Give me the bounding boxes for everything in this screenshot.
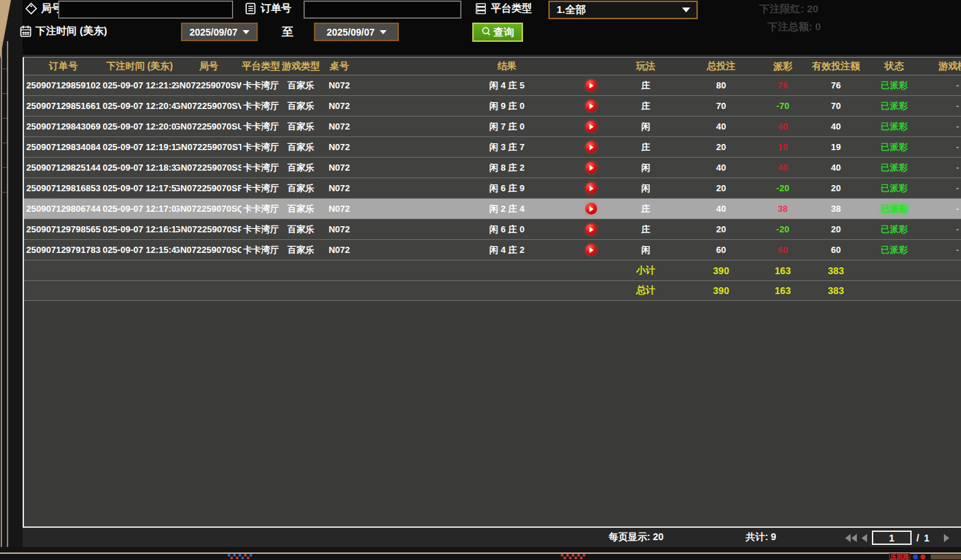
cell-table-number: N072 (321, 75, 358, 95)
tag-icon (25, 2, 38, 15)
calendar-icon (19, 25, 32, 38)
subtotal-row: 小计390163383 (24, 260, 961, 280)
table-row[interactable]: 2509071297917832025-09-07 12:15:41GN0722… (24, 239, 961, 260)
table-row[interactable]: 2509071297985652025-09-07 12:16:17GN0722… (24, 219, 961, 239)
cell-platform: 卡卡湾厅 (241, 96, 281, 116)
column-header: 订单号 (24, 58, 103, 75)
cell-total-valid: 383 (807, 281, 865, 300)
cell-spacer (358, 199, 440, 219)
column-header: 派彩 (759, 58, 807, 75)
video-replay-icon[interactable] (585, 203, 597, 215)
cell-bet-time: 2025-09-07 12:21:24 (103, 75, 176, 95)
video-replay-icon[interactable] (585, 100, 597, 112)
cell-game-type: 百家乐 (281, 240, 321, 260)
table-row[interactable]: 2509071298591022025-09-07 12:21:24GN0722… (24, 75, 961, 95)
to-label: 至 (282, 24, 293, 40)
cell-table-number: N072 (321, 158, 358, 178)
cell-valid-bet: 60 (807, 240, 865, 260)
background-left-edge (0, 0, 23, 560)
table-row[interactable]: 2509071298516612025-09-07 12:20:46GN0722… (24, 95, 961, 116)
cell-video (574, 117, 608, 136)
cell-result: 闲 4 庄 2 (440, 240, 574, 260)
cell-bet-time: 2025-09-07 12:17:00 (103, 199, 176, 219)
cell-empty (24, 281, 103, 300)
round-number-label: 局号 (25, 2, 62, 15)
cell-round-number: GN072259070SR (176, 178, 241, 198)
per-page-label: 每页显示: 20 (609, 531, 664, 544)
platform-type-label: 平台类型 (474, 2, 532, 15)
next-page-button[interactable] (944, 534, 949, 542)
cell-total-label: 总计 (608, 281, 683, 300)
order-number-label: 订单号 (244, 2, 291, 15)
cell-game-mode: - (923, 75, 961, 95)
cell-bet-time: 2025-09-07 12:19:16 (103, 137, 176, 157)
column-header: 状态 (865, 58, 923, 75)
video-replay-icon[interactable] (585, 121, 597, 132)
column-header: 平台类型 (241, 58, 281, 75)
column-header: 有效投注额 (807, 58, 865, 75)
cell-video (574, 75, 608, 95)
cell-status: 已派彩 (865, 137, 923, 157)
search-button[interactable]: 查询 (472, 23, 523, 42)
table-header-row: 订单号下注时间 (美东)局号平台类型游戏类型桌号结果玩法总投注派彩有效投注额状态… (24, 58, 961, 75)
background-line (7, 41, 8, 553)
background-block (931, 555, 961, 559)
table-row[interactable]: 2509071298168532025-09-07 12:17:50GN0722… (24, 178, 961, 198)
video-replay-icon[interactable] (585, 80, 597, 91)
page-input[interactable] (872, 531, 912, 545)
first-page-button[interactable] (845, 534, 857, 542)
results-table: 订单号下注时间 (美东)局号平台类型游戏类型桌号结果玩法总投注派彩有效投注额状态… (23, 57, 961, 528)
video-replay-icon[interactable] (585, 223, 597, 235)
order-number-input[interactable] (304, 1, 461, 19)
cell-order-number: 250907129859102 (24, 75, 103, 95)
cell-status: 已派彩 (865, 96, 923, 116)
cell-total-bet: 40 (683, 158, 759, 178)
cell-bet-time: 2025-09-07 12:20:46 (103, 96, 176, 116)
cell-spacer (358, 75, 440, 95)
cell-result: 闲 2 庄 4 (440, 199, 574, 219)
video-replay-icon[interactable] (585, 244, 597, 256)
platform-type-select[interactable]: 1.全部 (548, 1, 698, 19)
cell-order-number: 250907129798565 (24, 219, 103, 239)
table-row[interactable]: 2509071298251442025-09-07 12:18:32GN0722… (24, 157, 961, 178)
cell-empty (103, 260, 176, 280)
video-replay-icon[interactable] (585, 141, 597, 153)
chevron-down-icon (682, 8, 690, 12)
column-header: 游戏模式 (923, 58, 961, 75)
document-list-icon (244, 2, 257, 15)
cell-empty (923, 260, 961, 280)
table-row[interactable]: 2509071298340842025-09-07 12:19:16GN0722… (24, 136, 961, 157)
cell-empty (574, 281, 608, 300)
cell-game-mode: - (923, 158, 961, 178)
cell-status: 已派彩 (865, 75, 923, 95)
cell-game-mode: - (923, 219, 961, 239)
total-row: 总计390163383 (24, 280, 961, 301)
video-replay-icon[interactable] (585, 182, 597, 194)
column-spacer (358, 58, 440, 75)
cell-empty (574, 260, 608, 280)
prev-page-button[interactable] (862, 534, 867, 542)
video-replay-icon[interactable] (585, 162, 597, 173)
search-icon (481, 26, 491, 38)
round-number-input[interactable] (58, 1, 233, 19)
cell-empty (865, 260, 923, 280)
cell-video (574, 199, 608, 219)
date-from-picker[interactable]: 2025/09/07 (181, 23, 258, 41)
cell-table-number: N072 (321, 219, 358, 239)
cell-total-bet: 80 (683, 75, 759, 95)
cell-play-type: 闲 (608, 117, 683, 136)
table-row[interactable]: 2509071298430692025-09-07 12:20:00GN0722… (24, 116, 961, 136)
cell-game-type: 百家乐 (281, 117, 321, 136)
table-row[interactable]: 2509071298067442025-09-07 12:17:00GN0722… (24, 198, 961, 219)
cell-total-payout: 163 (759, 260, 807, 280)
cell-round-number: GN072259070SV (176, 96, 241, 116)
server-stack-icon (474, 2, 487, 15)
cell-round-number: GN072259070SP (176, 219, 241, 239)
bet-time-label: 下注时间 (美东) (19, 25, 107, 38)
cell-empty (358, 260, 440, 280)
cell-valid-bet: 20 (807, 178, 865, 198)
cell-platform: 卡卡湾厅 (241, 199, 281, 219)
cell-round-number: GN072259070SW (176, 75, 241, 95)
date-to-picker[interactable]: 2025/09/07 (314, 23, 399, 41)
cell-spacer (358, 96, 440, 116)
